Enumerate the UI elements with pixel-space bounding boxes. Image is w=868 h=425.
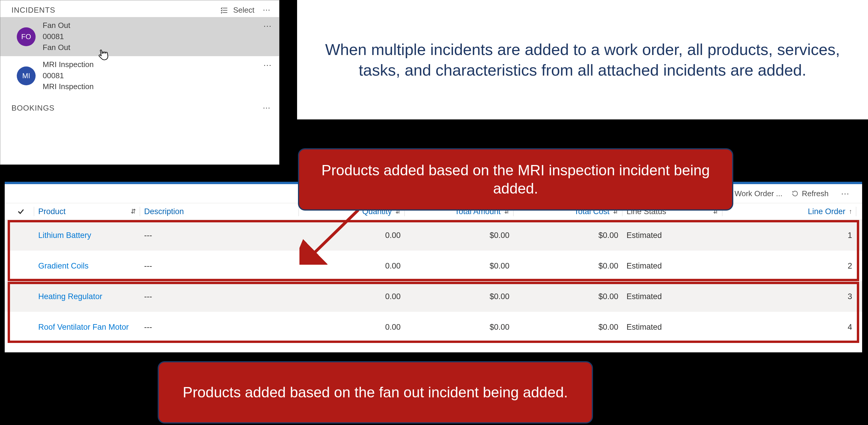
incident-item-more-icon[interactable]: ⋯: [263, 59, 272, 70]
column-label: Line Order: [808, 207, 845, 216]
cell-text: Heating Regulator: [38, 292, 102, 301]
cell-text: $0.00: [598, 262, 618, 271]
cell-quantity: 0.00: [299, 220, 405, 251]
bookings-title: BOOKINGS: [11, 103, 258, 113]
cell-line-order: 4: [722, 312, 856, 342]
incident-item-mri-inspection[interactable]: MI MRI Inspection 00081 MRI Inspection ⋯: [0, 56, 279, 95]
incident-item-more-icon[interactable]: ⋯: [263, 20, 272, 31]
row-select[interactable]: [8, 220, 34, 251]
grid-rows: Lithium Battery --- 0.00 $0.00 $0.00 Est…: [5, 220, 862, 342]
refresh-button[interactable]: Refresh: [789, 189, 831, 198]
cell-text: Roof Ventilator Fan Motor: [38, 323, 129, 332]
row-select[interactable]: [8, 251, 34, 281]
explain-text: When multiple incidents are added to a w…: [324, 39, 841, 80]
cell-product[interactable]: Heating Regulator: [34, 281, 140, 312]
incident-primary-text: MRI Inspection: [43, 59, 263, 70]
incident-lines: Fan Out 00081 Fan Out: [43, 20, 263, 53]
table-row[interactable]: Heating Regulator --- 0.00 $0.00 $0.00 E…: [5, 281, 862, 312]
toolbar-more-icon[interactable]: ⋯: [835, 189, 850, 199]
cell-line-status: Estimated: [622, 281, 722, 312]
cell-text: Estimated: [626, 323, 662, 332]
cell-text: 1: [848, 231, 852, 240]
table-row[interactable]: Roof Ventilator Fan Motor --- 0.00 $0.00…: [5, 312, 862, 342]
list-view-icon[interactable]: [219, 6, 229, 14]
cell-text: $0.00: [598, 231, 618, 240]
incidents-select-button[interactable]: Select: [229, 6, 258, 15]
cell-quantity: 0.00: [299, 281, 405, 312]
cell-description: ---: [140, 281, 299, 312]
incident-primary-text: Fan Out: [43, 20, 263, 31]
cell-total-cost: $0.00: [514, 281, 622, 312]
cell-product[interactable]: Lithium Battery: [34, 220, 140, 251]
table-row[interactable]: Lithium Battery --- 0.00 $0.00 $0.00 Est…: [5, 220, 862, 251]
cell-line-order: 1: [722, 220, 856, 251]
table-row[interactable]: Gradient Coils --- 0.00 $0.00 $0.00 Esti…: [5, 251, 862, 281]
cell-total-cost: $0.00: [514, 251, 622, 281]
incident-item-fan-out[interactable]: FO Fan Out 00081 Fan Out ⋯: [0, 17, 279, 56]
cell-product[interactable]: Roof Ventilator Fan Motor: [34, 312, 140, 342]
incidents-panel: INCIDENTS Select ⋯ FO Fan Out 00081 Fan …: [0, 0, 279, 165]
cell-total-amount: $0.00: [405, 220, 514, 251]
cell-text: $0.00: [490, 231, 509, 240]
column-label: Description: [144, 207, 184, 216]
sort-icon: ⇵: [131, 208, 136, 215]
cell-description: ---: [140, 312, 299, 342]
incident-lines: MRI Inspection 00081 MRI Inspection: [43, 59, 263, 92]
incidents-more-icon[interactable]: ⋯: [258, 6, 272, 15]
incident-tertiary-text: Fan Out: [43, 42, 263, 53]
cell-text: $0.00: [490, 292, 509, 301]
cell-line-order: 3: [722, 281, 856, 312]
incident-tertiary-text: MRI Inspection: [43, 81, 263, 92]
cell-text: ---: [144, 292, 152, 301]
cell-text: 4: [848, 323, 852, 332]
cell-text: $0.00: [598, 323, 618, 332]
cell-description: ---: [140, 220, 299, 251]
avatar: MI: [17, 66, 36, 85]
cell-text: 0.00: [385, 231, 401, 240]
refresh-icon: [791, 190, 799, 198]
column-label: Product: [38, 207, 66, 216]
cell-total-cost: $0.00: [514, 220, 622, 251]
explain-callout: When multiple incidents are added to a w…: [297, 0, 868, 119]
cell-text: Estimated: [626, 231, 662, 240]
callout-text: Products added based on the MRI inspecti…: [311, 161, 720, 198]
callout-text: Products added based on the fan out inci…: [183, 383, 568, 402]
cell-quantity: 0.00: [299, 251, 405, 281]
bookings-header: BOOKINGS ⋯: [0, 95, 279, 113]
cell-total-amount: $0.00: [405, 281, 514, 312]
toolbar-label: Work Order ...: [735, 189, 782, 198]
cell-text: Gradient Coils: [38, 262, 89, 271]
cell-text: 0.00: [385, 292, 401, 301]
column-select-all[interactable]: [8, 203, 34, 220]
avatar: FO: [17, 27, 36, 46]
column-product[interactable]: Product ⇵: [34, 203, 140, 220]
row-select[interactable]: [8, 312, 34, 342]
cell-text: ---: [144, 231, 152, 240]
callout-mri-products: Products added based on the MRI inspecti…: [298, 148, 733, 211]
bookings-more-icon[interactable]: ⋯: [258, 103, 272, 113]
incident-secondary-text: 00081: [43, 70, 263, 82]
cell-total-cost: $0.00: [514, 312, 622, 342]
cell-line-order: 2: [722, 251, 856, 281]
incidents-header: INCIDENTS Select ⋯: [0, 0, 279, 17]
cell-line-status: Estimated: [622, 312, 722, 342]
cell-total-amount: $0.00: [405, 312, 514, 342]
cell-line-status: Estimated: [622, 251, 722, 281]
cell-text: ---: [144, 323, 152, 332]
row-select[interactable]: [8, 281, 34, 312]
column-line-order[interactable]: Line Order ↑: [722, 203, 856, 220]
cell-quantity: 0.00: [299, 312, 405, 342]
incidents-title: INCIDENTS: [11, 6, 219, 15]
cell-text: 0.00: [385, 262, 401, 271]
column-description[interactable]: Description: [140, 203, 299, 220]
cell-text: Lithium Battery: [38, 231, 91, 240]
cell-text: Estimated: [626, 262, 662, 271]
cell-line-status: Estimated: [622, 220, 722, 251]
cell-text: $0.00: [490, 262, 509, 271]
cell-text: ---: [144, 262, 152, 271]
cell-product[interactable]: Gradient Coils: [34, 251, 140, 281]
cell-total-amount: $0.00: [405, 251, 514, 281]
cell-text: $0.00: [490, 323, 509, 332]
cell-text: 3: [848, 292, 852, 301]
toolbar-label: Refresh: [802, 189, 829, 198]
